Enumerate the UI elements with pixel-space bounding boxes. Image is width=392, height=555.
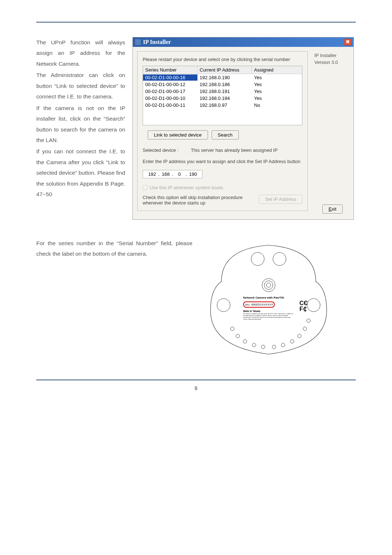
svg-point-6 — [307, 299, 320, 312]
ip-installer-window: IP Installer ✖ Please restart your devic… — [132, 37, 354, 220]
device-row[interactable]: 00-02-D1-00-00-12192.168.0.186Yes — [143, 81, 302, 88]
selected-device-msg: This server has already been assigned IP — [191, 147, 278, 153]
svg-point-16 — [303, 327, 307, 331]
device-row[interactable]: 00-02-D1-00-00-17192.168.0.191Yes — [143, 88, 302, 95]
row-ip: 192.168.0.190 — [197, 74, 252, 81]
svg-point-15 — [298, 334, 301, 338]
selected-device-label: Selected device : — [143, 147, 179, 153]
boot-checkbox-label: Use this IP whenever system boots — [150, 185, 223, 190]
device-row[interactable]: 00-02-D1-00-00-16192.168.0.190Yes — [143, 74, 302, 81]
row-assigned: Yes — [252, 74, 302, 81]
fc-icon: F₵ — [299, 306, 308, 312]
ip-octet-2[interactable] — [160, 171, 172, 177]
page-number: 9 — [36, 385, 356, 391]
svg-point-13 — [281, 343, 285, 347]
row-assigned: Yes — [252, 88, 302, 94]
svg-point-17 — [307, 319, 310, 323]
boot-checkbox-row: Use this IP whenever system boots — [143, 185, 302, 190]
col-assigned[interactable]: Assigned — [252, 66, 302, 74]
ip-octet-1[interactable] — [146, 171, 158, 177]
paragraph-4: If you can not connect the I.E. to the C… — [36, 146, 125, 199]
svg-point-8 — [236, 334, 240, 338]
row-ip: 192.168.0.191 — [197, 88, 252, 94]
ip-octet-4[interactable] — [187, 171, 199, 177]
app-version: Version 3.0 — [314, 60, 348, 65]
cert-icons: CЄ F₵ — [299, 300, 308, 312]
paragraph-2: The Administrator can click on button “L… — [36, 70, 125, 102]
titlebar: IP Installer ✖ — [133, 37, 354, 47]
svg-point-5 — [217, 299, 230, 312]
col-ip[interactable]: Current IP Address — [197, 66, 252, 74]
mac-prefix: MAC: — [245, 304, 250, 306]
ce-icon: CЄ — [299, 300, 308, 306]
bottom-divider — [36, 380, 356, 380]
camera-bottom-diagram: Network Camera with Pan/Tilt MAC: 0002D1… — [207, 238, 330, 361]
lower-text: For the series number in the “Serial Num… — [36, 238, 192, 259]
svg-point-14 — [290, 340, 294, 343]
row-ip: 192.168.0.97 — [197, 102, 252, 108]
col-series[interactable]: Series Number — [143, 66, 197, 74]
svg-point-2 — [262, 279, 275, 292]
svg-point-9 — [243, 340, 247, 343]
svg-point-12 — [272, 345, 276, 349]
list-header: Series Number Current IP Address Assigne… — [143, 66, 302, 74]
device-row[interactable]: 00-02-D1-00-00-10192.168.0.184Yes — [143, 95, 302, 102]
search-button[interactable]: Search — [212, 130, 239, 139]
paragraph-1: The UPnP function will always assign an … — [36, 37, 125, 69]
set-ip-button[interactable]: Set IP Address — [259, 195, 302, 204]
row-ip: 192.168.0.184 — [197, 95, 252, 101]
svg-point-0 — [251, 252, 264, 266]
exit-button[interactable]: Exit — [322, 204, 343, 214]
link-button[interactable]: Link to selected device — [148, 130, 208, 139]
instruction-label: Please restart your device and select on… — [143, 57, 302, 62]
main-panel: Please restart your device and select on… — [137, 51, 308, 211]
row-serial: 00-02-D1-00-00-10 — [143, 95, 197, 101]
row-assigned: No — [252, 102, 302, 108]
svg-point-1 — [273, 252, 286, 266]
instruction-text: The UPnP function will always assign an … — [36, 37, 125, 220]
mac-label-box: MAC: 0002D1XXXXXX — [243, 301, 275, 308]
row-assigned: Yes — [252, 95, 302, 101]
row-serial: 00-02-D1-00-00-11 — [143, 102, 197, 108]
sidebar-info: IP Installer Version 3.0 Exit — [313, 51, 349, 215]
boot-hint: Check this option will skip installation… — [143, 195, 252, 206]
enter-ip-label: Enter the IP address you want to assign … — [143, 159, 302, 164]
made-in-label: Made In Taiwan — [243, 310, 305, 312]
selected-device-line: Selected device : This server has alread… — [143, 147, 302, 153]
window-title: IP Installer — [143, 39, 344, 45]
ip-input-group: . . . — [143, 170, 203, 178]
row-assigned: Yes — [252, 81, 302, 88]
ip-octet-3[interactable] — [173, 171, 185, 177]
row-serial: 00-02-D1-00-00-16 — [143, 74, 197, 81]
close-button[interactable]: ✖ — [344, 39, 351, 45]
camera-label-title: Network Camera with Pan/Tilt — [243, 296, 305, 299]
svg-point-3 — [264, 281, 273, 289]
row-serial: 00-02-D1-00-00-17 — [143, 88, 197, 94]
device-row[interactable]: 00-02-D1-00-00-11192.168.0.97No — [143, 102, 302, 109]
row-serial: 00-02-D1-00-00-12 — [143, 81, 197, 88]
boot-checkbox[interactable] — [143, 185, 147, 190]
row-ip: 192.168.0.186 — [197, 81, 252, 88]
svg-point-4 — [266, 283, 271, 287]
mac-value: 0002D1XXXXXX — [251, 303, 273, 306]
top-divider — [36, 22, 356, 23]
svg-point-11 — [261, 345, 265, 349]
fcc-statement: This device complies with part 15 of the… — [243, 313, 294, 320]
device-list: Series Number Current IP Address Assigne… — [143, 66, 302, 125]
app-icon — [135, 39, 141, 45]
svg-point-10 — [252, 343, 256, 347]
svg-point-7 — [230, 327, 234, 331]
app-name: IP Installer — [314, 53, 348, 58]
paragraph-3: If the camera is not on the IP installer… — [36, 103, 125, 146]
